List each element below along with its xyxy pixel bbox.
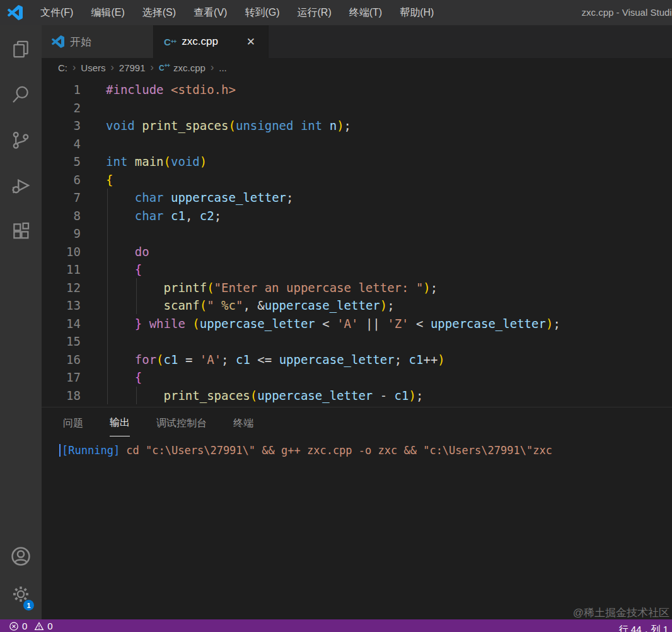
code-line[interactable]: 8 char c1, c2; [42, 207, 672, 225]
warning-count: 0 [47, 621, 52, 631]
error-icon [9, 621, 19, 631]
code-text: printf("Enter an uppercase letter: "); [81, 279, 437, 297]
code-line[interactable]: 17 { [42, 368, 672, 387]
code-text: for(c1 = 'A'; c1 <= uppercase_letter; c1… [81, 351, 445, 369]
vscode-window: 文件(F) 编辑(E) 选择(S) 查看(V) 转到(G) 运行(R) 终端(T… [0, 0, 672, 632]
panel-tab-problems[interactable]: 问题 [63, 417, 83, 436]
line-number[interactable]: 10 [42, 243, 81, 261]
menu-selection[interactable]: 选择(S) [134, 0, 185, 25]
chevron-right-icon: › [207, 62, 217, 73]
warning-icon [34, 621, 44, 631]
menu-go[interactable]: 转到(G) [236, 0, 288, 25]
chevron-right-icon: › [107, 62, 118, 73]
cursor-position[interactable]: 行 44，列 1 [619, 624, 668, 632]
line-number[interactable]: 13 [42, 296, 81, 315]
code-line[interactable]: 14 } while (uppercase_letter < 'A' || 'Z… [42, 315, 672, 333]
menu-file[interactable]: 文件(F) [32, 0, 82, 25]
tab-label: zxc.cpp [182, 35, 218, 48]
breadcrumb: C: › Users › 27991 › C++ zxc.cpp › ... [42, 58, 672, 77]
breadcrumb-item[interactable]: C: [57, 62, 69, 73]
tab-zxc-cpp[interactable]: C++ zxc.cpp ✕ [154, 25, 269, 58]
line-number[interactable]: 15 [42, 332, 81, 351]
source-control-icon[interactable] [0, 121, 42, 159]
vscode-logo-icon [52, 35, 64, 48]
code-area[interactable]: 1#include <stdio.h>23void print_spaces(u… [42, 81, 672, 404]
line-number[interactable]: 18 [42, 387, 81, 405]
code-line[interactable]: 2 [42, 99, 672, 117]
code-text: char uppercase_letter; [81, 189, 293, 207]
code-text: { [81, 171, 113, 189]
menu-run[interactable]: 运行(R) [289, 0, 340, 25]
code-line[interactable]: 3void print_spaces(unsigned int n); [42, 117, 672, 135]
line-number[interactable]: 9 [42, 225, 81, 243]
panel-tab-debug-console[interactable]: 调试控制台 [156, 417, 207, 436]
menu-view[interactable]: 查看(V) [185, 0, 236, 25]
breadcrumb-item[interactable]: 27991 [118, 62, 147, 73]
code-line[interactable]: 11 { [42, 260, 672, 279]
line-number[interactable]: 16 [42, 351, 81, 369]
chevron-right-icon: › [147, 62, 158, 73]
menu-help[interactable]: 帮助(H) [391, 0, 443, 25]
problems-status[interactable]: 0 0 [9, 621, 53, 631]
indent-guide [136, 387, 137, 404]
code-line[interactable]: 5int main(void) [42, 153, 672, 171]
code-text: } while (uppercase_letter < 'A' || 'Z' <… [81, 315, 560, 333]
code-text: void print_spaces(unsigned int n); [81, 117, 351, 135]
text-cursor [59, 444, 61, 457]
editor-tab-bar: 开始 C++ zxc.cpp ✕ [42, 25, 672, 58]
panel-tab-terminal[interactable]: 终端 [233, 417, 253, 436]
code-text [81, 332, 106, 351]
line-number[interactable]: 12 [42, 279, 81, 297]
line-number[interactable]: 6 [42, 171, 81, 189]
code-line[interactable]: 4 [42, 135, 672, 153]
line-number[interactable]: 2 [42, 99, 81, 117]
code-text: scanf(" %c", &uppercase_letter); [81, 296, 395, 315]
code-line[interactable]: 7 char uppercase_letter; [42, 189, 672, 207]
code-line[interactable]: 10 do [42, 243, 672, 261]
code-text [81, 99, 106, 117]
line-number[interactable]: 1 [42, 81, 81, 99]
settings-badge: 1 [23, 600, 34, 611]
output-line: [Running] cd "c:\Users\27991\" && g++ zx… [62, 443, 552, 458]
accounts-icon[interactable] [0, 537, 42, 575]
panel-tab-output[interactable]: 输出 [110, 416, 130, 436]
code-line[interactable]: 6{ [42, 171, 672, 189]
code-text: { [81, 260, 142, 279]
line-number[interactable]: 11 [42, 260, 81, 279]
vscode-logo-icon [8, 5, 23, 20]
line-number[interactable]: 14 [42, 315, 81, 333]
code-line[interactable]: 1#include <stdio.h> [42, 81, 672, 99]
run-debug-icon[interactable] [0, 167, 42, 204]
search-icon[interactable] [0, 76, 42, 114]
cpp-file-icon: C++ [159, 63, 170, 72]
panel-tab-bar: 问题 输出 调试控制台 终端 [42, 407, 672, 436]
line-number[interactable]: 17 [42, 368, 81, 387]
output-console[interactable]: [Running] cd "c:\Users\27991\" && g++ zx… [42, 436, 672, 458]
code-line[interactable]: 16 for(c1 = 'A'; c1 <= uppercase_letter;… [42, 351, 672, 369]
bottom-panel: 问题 输出 调试控制台 终端 [Running] cd "c:\Users\27… [42, 407, 672, 619]
window-title: zxc.cpp - Visual Studio [582, 0, 672, 25]
indent-guide [136, 278, 137, 314]
status-bar: 0 0 行 44，列 1 [0, 619, 672, 632]
line-number[interactable]: 7 [42, 189, 81, 207]
chevron-right-icon: › [69, 62, 79, 73]
title-bar: 文件(F) 编辑(E) 选择(S) 查看(V) 转到(G) 运行(R) 终端(T… [0, 0, 672, 25]
code-text: { [81, 368, 142, 387]
line-number[interactable]: 3 [42, 117, 81, 135]
code-line[interactable]: 9 [42, 225, 672, 243]
extensions-icon[interactable] [0, 212, 42, 250]
line-number[interactable]: 5 [42, 153, 81, 171]
breadcrumb-item[interactable]: zxc.cpp [172, 62, 207, 73]
line-number[interactable]: 4 [42, 135, 81, 153]
menu-edit[interactable]: 编辑(E) [82, 0, 133, 25]
code-editor[interactable]: 1#include <stdio.h>23void print_spaces(u… [42, 77, 672, 407]
menu-terminal[interactable]: 终端(T) [340, 0, 391, 25]
tab-close-icon[interactable]: ✕ [244, 34, 258, 50]
settings-gear-icon[interactable]: 1 [0, 575, 42, 613]
explorer-icon[interactable] [0, 30, 42, 68]
tab-welcome[interactable]: 开始 [42, 25, 154, 58]
breadcrumb-item[interactable]: Users [79, 62, 107, 73]
breadcrumb-item[interactable]: ... [217, 62, 228, 73]
code-line[interactable]: 15 [42, 332, 672, 351]
line-number[interactable]: 8 [42, 207, 81, 225]
